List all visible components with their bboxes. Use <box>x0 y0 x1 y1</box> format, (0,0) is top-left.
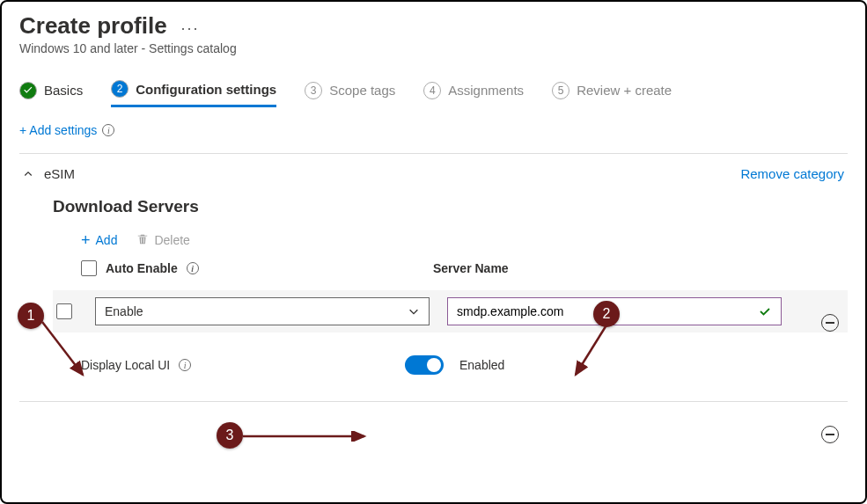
divider <box>19 401 848 402</box>
callout-1: 1 <box>18 303 44 329</box>
add-button[interactable]: + Add <box>81 232 117 248</box>
page-subtitle: Windows 10 and later - Settings catalog <box>19 41 848 55</box>
info-icon: i <box>102 124 114 136</box>
info-icon[interactable]: i <box>179 359 191 371</box>
step-scope-tags[interactable]: 3 Scope tags <box>305 82 395 106</box>
display-local-ui-label: Display Local UI <box>81 358 170 372</box>
row-checkbox[interactable] <box>56 303 72 319</box>
arrow-icon <box>241 431 373 442</box>
add-settings-link[interactable]: + Add settings i <box>19 123 114 137</box>
column-server-name: Server Name <box>433 261 509 275</box>
select-all-checkbox[interactable] <box>81 260 97 276</box>
info-icon[interactable]: i <box>187 262 199 274</box>
step-number-icon: 2 <box>111 80 129 98</box>
step-assignments[interactable]: 4 Assignments <box>423 82 524 106</box>
step-review[interactable]: 5 Review + create <box>552 82 672 106</box>
page-title: Create profile <box>19 12 167 40</box>
chevron-up-icon[interactable] <box>23 169 33 179</box>
step-configuration[interactable]: 2 Configuration settings <box>111 80 276 107</box>
toggle-state-label: Enabled <box>459 358 504 372</box>
step-number-icon: 4 <box>423 82 441 99</box>
plus-icon: + <box>81 232 91 248</box>
trash-icon <box>136 233 149 248</box>
checkmark-icon <box>758 304 772 318</box>
step-basics[interactable]: Basics <box>19 82 83 106</box>
remove-row-icon[interactable] <box>821 314 839 332</box>
section-title: Download Servers <box>53 197 848 216</box>
auto-enable-dropdown[interactable]: Enable <box>95 297 430 325</box>
step-number-icon: 3 <box>305 82 322 99</box>
chevron-down-icon <box>408 305 420 318</box>
wizard-steps: Basics 2 Configuration settings 3 Scope … <box>19 80 848 107</box>
remove-category-link[interactable]: Remove category <box>740 166 844 181</box>
category-name: eSIM <box>44 166 75 181</box>
step-number-icon: 5 <box>552 82 569 99</box>
divider <box>19 153 848 154</box>
callout-3: 3 <box>217 422 243 449</box>
checkmark-icon <box>19 82 37 99</box>
more-icon[interactable]: ··· <box>181 19 200 38</box>
remove-setting-icon[interactable] <box>821 426 839 443</box>
table-row: Enable <box>53 290 848 332</box>
column-auto-enable: Auto Enable <box>106 261 178 275</box>
display-local-ui-toggle[interactable] <box>405 355 444 375</box>
callout-2: 2 <box>593 301 620 327</box>
delete-button[interactable]: Delete <box>136 233 189 248</box>
